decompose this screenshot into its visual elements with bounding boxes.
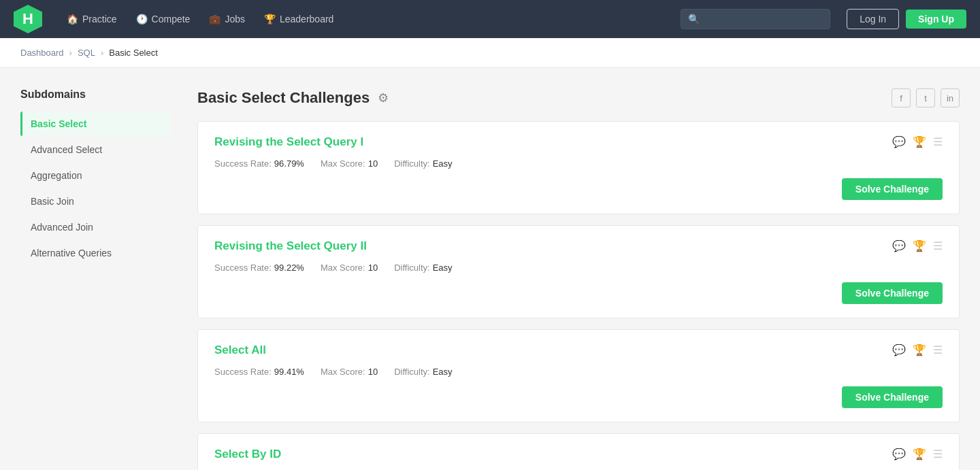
- trophy-icon-3[interactable]: 🏆: [913, 448, 926, 460]
- leaderboard-icon: 🏆: [264, 14, 276, 24]
- sidebar-item-alternative-queries[interactable]: Alternative Queries: [20, 241, 170, 265]
- nav-link-leaderboard[interactable]: 🏆 Leaderboard: [256, 10, 342, 29]
- max-score-value-1: 10: [368, 263, 378, 273]
- breadcrumb-sep-2: ›: [101, 48, 103, 58]
- sidebar: Subdomains Basic Select Advanced Select …: [20, 88, 170, 470]
- search-icon: 🔍: [688, 14, 700, 24]
- challenge-name-1[interactable]: Revising the Select Query II: [214, 239, 367, 253]
- twitter-icon[interactable]: t: [916, 88, 935, 107]
- challenge-card-header-1: Revising the Select Query II 💬 🏆 ☰: [214, 239, 943, 253]
- difficulty-label-0: Difficulty:: [394, 158, 430, 169]
- content-header: Basic Select Challenges ⚙ f t in: [197, 88, 960, 107]
- success-rate-label-2: Success Rate:: [214, 367, 272, 377]
- success-rate-value-2: 99.41%: [274, 367, 304, 377]
- difficulty-label-1: Difficulty:: [394, 263, 430, 273]
- challenge-card-actions-2: 💬 🏆 ☰: [892, 343, 943, 356]
- nav-link-practice[interactable]: 🏠 Practice: [59, 10, 125, 29]
- max-score-value-2: 10: [368, 367, 378, 377]
- difficulty-value-1: Easy: [433, 263, 453, 273]
- linkedin-icon[interactable]: in: [941, 88, 960, 107]
- main-layout: Subdomains Basic Select Advanced Select …: [0, 68, 980, 470]
- nav-label-jobs: Jobs: [225, 14, 245, 24]
- brand-logo[interactable]: H: [14, 5, 42, 33]
- nav-links: 🏠 Practice 🕐 Compete 💼 Jobs 🏆 Leaderboar…: [59, 10, 664, 29]
- max-score-label-2: Max Score:: [321, 367, 365, 377]
- sidebar-item-advanced-join[interactable]: Advanced Join: [20, 215, 170, 239]
- difficulty-label-2: Difficulty:: [394, 367, 430, 377]
- challenge-card-header-3: Select By ID 💬 🏆 ☰: [214, 448, 943, 461]
- search-input[interactable]: [705, 14, 823, 24]
- solve-button-0[interactable]: Solve Challenge: [842, 178, 943, 200]
- message-icon-3[interactable]: 💬: [892, 448, 906, 460]
- message-icon-0[interactable]: 💬: [892, 135, 906, 148]
- solve-button-2[interactable]: Solve Challenge: [842, 386, 943, 408]
- max-score-value-0: 10: [368, 158, 378, 169]
- difficulty-value-0: Easy: [433, 158, 453, 169]
- sidebar-item-advanced-select[interactable]: Advanced Select: [20, 137, 170, 162]
- search-box: 🔍: [681, 9, 830, 29]
- page-title: Basic Select Challenges: [197, 89, 370, 107]
- list-icon-1[interactable]: ☰: [933, 239, 943, 252]
- challenge-card-0: Revising the Select Query I 💬 🏆 ☰ Succes…: [197, 121, 960, 214]
- solve-button-1[interactable]: Solve Challenge: [842, 282, 943, 304]
- filter-icon[interactable]: ⚙: [378, 90, 389, 105]
- home-icon: 🏠: [67, 14, 78, 24]
- message-icon-1[interactable]: 💬: [892, 239, 906, 252]
- facebook-icon[interactable]: f: [892, 88, 911, 107]
- login-button[interactable]: Log In: [847, 9, 899, 29]
- social-icons: f t in: [892, 88, 960, 107]
- challenge-card-2: Select All 💬 🏆 ☰ Success Rate: 99.41% Ma…: [197, 329, 960, 422]
- challenge-card-actions-0: 💬 🏆 ☰: [892, 135, 943, 148]
- trophy-icon-0[interactable]: 🏆: [913, 135, 926, 148]
- challenge-card-actions-3: 💬 🏆 ☰: [892, 448, 943, 460]
- jobs-icon: 💼: [209, 14, 220, 24]
- nav-label-compete: Compete: [152, 14, 191, 24]
- max-score-label-0: Max Score:: [321, 158, 365, 169]
- max-score-label-1: Max Score:: [321, 263, 365, 273]
- sidebar-item-basic-select[interactable]: Basic Select: [20, 112, 170, 136]
- list-icon-2[interactable]: ☰: [933, 343, 943, 356]
- success-rate-value-1: 99.22%: [274, 263, 304, 273]
- challenge-card-1: Revising the Select Query II 💬 🏆 ☰ Succe…: [197, 225, 960, 318]
- difficulty-value-2: Easy: [433, 367, 453, 377]
- success-rate-label-1: Success Rate:: [214, 263, 272, 273]
- trophy-icon-1[interactable]: 🏆: [913, 239, 926, 252]
- trophy-icon-2[interactable]: 🏆: [913, 343, 926, 356]
- content-area: Basic Select Challenges ⚙ f t in Revisin…: [197, 88, 960, 470]
- challenge-name-0[interactable]: Revising the Select Query I: [214, 135, 363, 149]
- compete-icon: 🕐: [136, 14, 148, 24]
- nav-label-practice: Practice: [82, 14, 117, 24]
- challenge-meta-0: Success Rate: 96.79% Max Score: 10 Diffi…: [214, 158, 943, 169]
- nav-link-compete[interactable]: 🕐 Compete: [128, 10, 199, 29]
- challenge-meta-1: Success Rate: 99.22% Max Score: 10 Diffi…: [214, 263, 943, 273]
- challenge-name-2[interactable]: Select All: [214, 343, 266, 357]
- success-rate-label-0: Success Rate:: [214, 158, 272, 169]
- message-icon-2[interactable]: 💬: [892, 343, 906, 356]
- success-rate-value-0: 96.79%: [274, 158, 304, 169]
- list-icon-3[interactable]: ☰: [933, 448, 943, 460]
- navbar: H 🏠 Practice 🕐 Compete 💼 Jobs 🏆 Leaderbo…: [0, 0, 980, 38]
- title-row: Basic Select Challenges ⚙: [197, 89, 389, 107]
- challenge-name-3[interactable]: Select By ID: [214, 448, 281, 461]
- nav-label-leaderboard: Leaderboard: [280, 14, 333, 24]
- signup-button[interactable]: Sign Up: [906, 10, 966, 29]
- challenge-card-3: Select By ID 💬 🏆 ☰: [197, 433, 960, 470]
- sidebar-item-aggregation[interactable]: Aggregation: [20, 163, 170, 188]
- challenge-card-header-2: Select All 💬 🏆 ☰: [214, 343, 943, 357]
- nav-actions: Log In Sign Up: [847, 9, 966, 29]
- breadcrumb: Dashboard › SQL › Basic Select: [0, 38, 980, 68]
- nav-link-jobs[interactable]: 💼 Jobs: [201, 10, 253, 29]
- list-icon-0[interactable]: ☰: [933, 135, 943, 148]
- breadcrumb-dashboard[interactable]: Dashboard: [20, 48, 64, 58]
- sidebar-item-basic-join[interactable]: Basic Join: [20, 189, 170, 214]
- breadcrumb-sql[interactable]: SQL: [78, 48, 95, 58]
- challenge-card-header-0: Revising the Select Query I 💬 🏆 ☰: [214, 135, 943, 149]
- breadcrumb-current: Basic Select: [109, 48, 158, 58]
- breadcrumb-sep-1: ›: [69, 48, 72, 58]
- sidebar-title: Subdomains: [20, 88, 170, 101]
- challenge-meta-2: Success Rate: 99.41% Max Score: 10 Diffi…: [214, 367, 943, 377]
- challenge-card-actions-1: 💬 🏆 ☰: [892, 239, 943, 252]
